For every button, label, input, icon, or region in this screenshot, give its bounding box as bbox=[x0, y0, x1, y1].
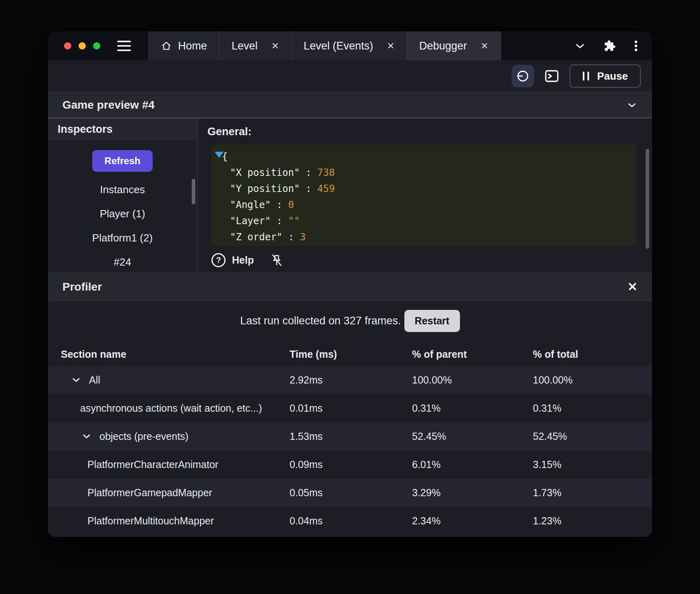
section-name: PlatformerGamepadMapper bbox=[87, 487, 212, 499]
tab-debugger[interactable]: Debugger ✕ bbox=[407, 31, 501, 60]
column-header-section-name: Section name bbox=[61, 349, 126, 360]
profiler-table: Section name Time (ms) % of parent % of … bbox=[48, 342, 652, 535]
section-time: 2.92ms bbox=[290, 374, 412, 386]
profiler-title: Profiler bbox=[62, 280, 102, 293]
extensions-puzzle-icon[interactable] bbox=[604, 40, 616, 52]
chevron-down-icon[interactable] bbox=[70, 374, 82, 386]
property-line: "Angle" : 0 bbox=[230, 197, 628, 213]
close-profiler-icon[interactable]: ✕ bbox=[628, 281, 638, 293]
column-header-percent-total: % of total bbox=[533, 349, 652, 360]
section-name: PlatformerMultitouchMapper bbox=[87, 515, 214, 527]
menu-icon[interactable] bbox=[117, 41, 131, 51]
inspector-split: Inspectors Refresh Instances Player (1) … bbox=[48, 118, 652, 273]
inspectors-header: Inspectors bbox=[48, 118, 197, 140]
inspectors-title: Inspectors bbox=[58, 123, 113, 136]
chevron-down-icon[interactable] bbox=[81, 431, 92, 442]
section-time: 0.09ms bbox=[290, 459, 412, 470]
profiler-row-all[interactable]: All 2.92ms 100.00% 100.00% bbox=[48, 366, 652, 394]
console-button[interactable] bbox=[541, 66, 562, 87]
sidebar-item-instance-24[interactable]: #24 bbox=[114, 256, 131, 268]
pause-button[interactable]: Pause bbox=[570, 64, 641, 88]
zoom-window-button[interactable] bbox=[93, 42, 100, 50]
section-percent-total: 52.45% bbox=[533, 431, 652, 442]
section-percent-total: 0.31% bbox=[533, 402, 652, 414]
console-icon bbox=[543, 68, 560, 85]
collapse-chevron-icon[interactable] bbox=[626, 99, 638, 111]
tab-level[interactable]: Level ✕ bbox=[220, 31, 292, 60]
tab-strip: Home Level ✕ Level (Events) ✕ Debugger ✕ bbox=[149, 31, 501, 60]
pause-icon bbox=[582, 71, 590, 81]
section-percent-total: 3.15% bbox=[533, 459, 652, 470]
property-line: "Layer" : "" bbox=[230, 213, 628, 229]
general-title: General: bbox=[207, 126, 652, 138]
table-header-row: Section name Time (ms) % of parent % of … bbox=[48, 342, 652, 366]
general-scrollbar-thumb[interactable] bbox=[646, 149, 649, 249]
profiler-gauge-button[interactable] bbox=[512, 65, 534, 87]
general-panel: General: { "X position" : 738 "Y positio… bbox=[198, 118, 652, 273]
debugger-window: Home Level ✕ Level (Events) ✕ Debugger ✕ bbox=[48, 31, 652, 537]
tab-level-events[interactable]: Level (Events) ✕ bbox=[292, 31, 407, 60]
help-label[interactable]: Help bbox=[232, 254, 254, 266]
help-icon[interactable]: ? bbox=[211, 253, 226, 267]
inspectors-panel: Inspectors Refresh Instances Player (1) … bbox=[48, 118, 198, 273]
section-name: PlatformerCharacterAnimator bbox=[87, 459, 218, 470]
gauge-icon bbox=[516, 69, 530, 83]
pause-button-label: Pause bbox=[597, 70, 628, 82]
section-name: objects (pre-events) bbox=[99, 431, 188, 442]
section-time: 0.01ms bbox=[290, 402, 412, 414]
profiler-header: Profiler ✕ bbox=[48, 273, 652, 301]
collapse-triangle-icon[interactable] bbox=[215, 152, 224, 158]
section-percent-total: 100.00% bbox=[533, 374, 652, 386]
property-line: "X position" : 738 bbox=[230, 165, 628, 181]
section-name: All bbox=[89, 374, 100, 386]
home-icon bbox=[161, 41, 172, 51]
profiler-panel: Last run collected on 327 frames. Restar… bbox=[48, 301, 652, 537]
close-window-button[interactable] bbox=[64, 42, 71, 50]
inspectors-scrollbar-thumb[interactable] bbox=[192, 179, 195, 204]
section-time: 0.05ms bbox=[290, 487, 412, 499]
minimize-window-button[interactable] bbox=[79, 42, 86, 50]
restart-button[interactable]: Restart bbox=[404, 310, 460, 332]
close-tab-icon[interactable]: ✕ bbox=[387, 41, 394, 51]
column-header-time: Time (ms) bbox=[290, 349, 412, 360]
tab-home[interactable]: Home bbox=[149, 31, 220, 60]
sidebar-item-platform1[interactable]: Platform1 (2) bbox=[92, 232, 153, 244]
tab-label: Home bbox=[178, 40, 207, 52]
properties-json-view: { "X position" : 738 "Y position" : 459 … bbox=[211, 144, 636, 246]
kebab-menu-icon[interactable] bbox=[634, 40, 638, 52]
section-percent-total: 1.73% bbox=[533, 487, 652, 499]
profiler-row-gamepad-mapper: PlatformerGamepadMapper 0.05ms 3.29% 1.7… bbox=[48, 479, 652, 507]
tab-label: Level bbox=[232, 40, 258, 52]
profiler-row-objects-pre-events[interactable]: objects (pre-events) 1.53ms 52.45% 52.45… bbox=[48, 422, 652, 450]
debugger-toolbar: Pause bbox=[48, 60, 652, 92]
section-percent-parent: 52.45% bbox=[412, 431, 533, 442]
section-time: 1.53ms bbox=[290, 431, 412, 442]
sidebar-item-player[interactable]: Player (1) bbox=[100, 208, 145, 220]
property-line: "Y position" : 459 bbox=[230, 181, 628, 197]
unpin-icon[interactable] bbox=[270, 254, 284, 267]
game-preview-title: Game preview #4 bbox=[62, 99, 155, 111]
section-time: 0.04ms bbox=[290, 515, 412, 527]
refresh-button[interactable]: Refresh bbox=[92, 150, 152, 172]
profiler-row-async-actions: asynchronous actions (wait action, etc..… bbox=[48, 394, 652, 422]
sidebar-item-instances[interactable]: Instances bbox=[100, 184, 145, 196]
tab-label: Debugger bbox=[419, 40, 467, 52]
section-percent-parent: 2.34% bbox=[412, 515, 533, 527]
close-tab-icon[interactable]: ✕ bbox=[271, 41, 279, 51]
property-line: "Z order" : 3 bbox=[230, 229, 628, 245]
section-percent-total: 1.23% bbox=[533, 515, 652, 527]
close-tab-icon[interactable]: ✕ bbox=[480, 41, 488, 51]
section-name: asynchronous actions (wait action, etc..… bbox=[80, 402, 262, 414]
column-header-percent-parent: % of parent bbox=[412, 349, 533, 360]
tab-label: Level (Events) bbox=[304, 40, 373, 52]
chevron-down-icon[interactable] bbox=[574, 40, 586, 52]
profiler-row-multitouch-mapper: PlatformerMultitouchMapper 0.04ms 2.34% … bbox=[48, 507, 652, 535]
profiler-status-text: Last run collected on 327 frames. bbox=[240, 315, 401, 327]
section-percent-parent: 6.01% bbox=[412, 459, 533, 470]
game-preview-header[interactable]: Game preview #4 bbox=[48, 92, 652, 118]
profiler-row-character-animator: PlatformerCharacterAnimator 0.09ms 6.01%… bbox=[48, 450, 652, 479]
section-percent-parent: 0.31% bbox=[412, 402, 533, 414]
tab-bar: Home Level ✕ Level (Events) ✕ Debugger ✕ bbox=[48, 31, 652, 60]
traffic-lights bbox=[48, 31, 100, 60]
section-percent-parent: 3.29% bbox=[412, 487, 533, 499]
